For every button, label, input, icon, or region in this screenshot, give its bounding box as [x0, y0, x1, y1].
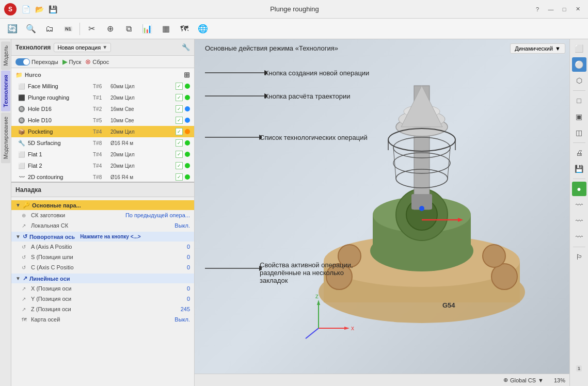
rt-hex-btn[interactable]: ⬡	[572, 73, 586, 88]
rt-wave3-btn[interactable]: 〰	[572, 230, 586, 244]
main-params-group: ▼ 🔑 Основные пара... ⊕ СК заготовки По п…	[11, 200, 194, 231]
copy-btn[interactable]: ⧉	[120, 21, 137, 37]
zoom-btn[interactable]: 🔍	[23, 21, 39, 37]
view3d-btn[interactable]: 🗂	[41, 21, 58, 37]
op-check-1[interactable]: ✓	[176, 83, 183, 90]
rt-wave2-btn[interactable]: 〰	[572, 214, 586, 228]
op-check-5[interactable]: ✓	[176, 128, 183, 135]
new-operation-btn[interactable]: Новая операция ▼	[54, 43, 111, 52]
op-icon-1: ⬜	[18, 82, 26, 90]
op-check-4[interactable]: ✓	[176, 117, 183, 124]
start-btn[interactable]: ▶ Пуск	[62, 58, 82, 66]
refresh-btn[interactable]: 🔄	[4, 21, 21, 37]
rt-green-btn[interactable]: ●	[572, 182, 586, 196]
op-icon-4: 🔘	[18, 116, 26, 124]
new-file-btn[interactable]: 📄	[21, 4, 31, 14]
y-value[interactable]: 0	[187, 296, 190, 302]
axismap-value[interactable]: Выкл.	[174, 316, 190, 323]
viewport[interactable]: Основные действия режима «Технология» Кн…	[195, 39, 569, 374]
param-row-local-sk: ↗ Локальная СК Выкл.	[11, 220, 194, 231]
rt-sep-4	[573, 247, 585, 247]
op-check-3[interactable]: ✓	[176, 105, 183, 112]
rt-print-btn[interactable]: 🖨	[572, 146, 586, 160]
op-row-4[interactable]: 🔘 Hole D10 T#5 10мм Све ✓	[11, 115, 194, 126]
grid-btn[interactable]: ▦	[157, 21, 174, 37]
z-dot	[419, 206, 424, 211]
op-row-6[interactable]: 🔧 5D Surfacing T#8 Ø16 R4 м ✓	[11, 137, 194, 149]
n1-btn[interactable]: N1	[60, 21, 76, 37]
op-detail-3: 16мм Све	[110, 106, 173, 112]
rt-bottom-btns: 1	[569, 364, 588, 374]
rt-sphere-btn[interactable]: ⚪	[572, 57, 586, 72]
rt-select-btn[interactable]: ⬜	[572, 41, 586, 56]
op-row-9[interactable]: 〰 2D contouring T#8 Ø16 R4 м ✓	[11, 171, 194, 182]
tab-technology[interactable]: Технология	[1, 71, 10, 111]
op-check-2[interactable]: ✓	[176, 94, 183, 101]
op-name-1: Face Milling	[28, 83, 91, 89]
help-btn[interactable]: ?	[531, 4, 544, 14]
settings-icon[interactable]: 🔧	[182, 43, 190, 51]
axis-s-value[interactable]: 0	[187, 254, 190, 260]
op-row-1[interactable]: ⬜ Face Milling T#6 60мм Цил ✓	[11, 81, 194, 92]
param-row-axismap: 🗺 Карта осей Выкл.	[11, 314, 194, 325]
op-check-9[interactable]: ✓	[176, 173, 183, 181]
local-sk-value[interactable]: Выкл.	[174, 222, 190, 229]
rt-view1-btn[interactable]: □	[572, 93, 586, 108]
rotary-axis-header[interactable]: ▼ ↺ Поворотная ось Нажмите на кнопку <..…	[11, 232, 194, 242]
svg-marker-37	[317, 300, 320, 305]
sk-value[interactable]: По предыдущей опера...	[125, 212, 190, 218]
minimize-btn[interactable]: —	[545, 4, 557, 14]
rt-wave1-btn[interactable]: 〰	[572, 198, 586, 212]
op-row-5[interactable]: 📦 Pocketing T#4 20мм Цил ✓	[11, 126, 194, 137]
axis-a-value[interactable]: 0	[187, 244, 190, 250]
op-row-7[interactable]: ⬜ Flat 1 T#4 20мм Цил ✓	[11, 149, 194, 160]
op-dot-1	[185, 84, 190, 89]
op-row-8[interactable]: ⬜ Flat 2 T#4 20мм Цил ✓	[11, 160, 194, 171]
tab-model[interactable]: Модель	[1, 41, 10, 70]
main-params-header[interactable]: ▼ 🔑 Основные пара...	[11, 200, 194, 210]
setup-section: Наладка ▼ 🔑 Основные пара... ⊕ СК загото…	[11, 182, 194, 386]
svg-marker-5	[259, 135, 262, 140]
rt-save-btn[interactable]: 💾	[572, 162, 586, 176]
cs-dropdown[interactable]: ▼	[538, 377, 544, 383]
op-row-2[interactable]: ⬛ Plunge roughing T#1 20мм Цил ✓	[11, 92, 194, 103]
op-dot-7	[185, 152, 190, 157]
tech-header: Технология Новая операция ▼ 🔧	[11, 39, 194, 56]
map-btn[interactable]: 🗺	[176, 21, 193, 37]
reset-btn[interactable]: ⊗ Сброс	[85, 58, 109, 66]
transitions-toggle[interactable]: Переходы	[15, 58, 58, 66]
rt-flag-btn[interactable]: 🏳	[572, 250, 586, 264]
rotary-axis-label: Поворотная ось	[29, 234, 75, 240]
chart-btn[interactable]: 📊	[139, 21, 155, 37]
op-check-6[interactable]: ✓	[176, 139, 183, 147]
linear-axes-header[interactable]: ▼ ↗ Линейные оси	[11, 274, 194, 283]
close-btn[interactable]: ✕	[571, 4, 584, 14]
group-action-icon[interactable]: ⊞	[184, 71, 190, 79]
tab-modeling[interactable]: Моделирование	[1, 112, 10, 163]
rt-view2-btn[interactable]: ▣	[572, 109, 586, 124]
save-file-btn[interactable]: 💾	[47, 4, 58, 14]
open-file-btn[interactable]: 📂	[34, 4, 44, 14]
op-check-7[interactable]: ✓	[176, 151, 183, 158]
rt-view3-btn[interactable]: ◫	[572, 125, 586, 140]
op-check-8[interactable]: ✓	[176, 162, 183, 169]
z-value[interactable]: 245	[181, 306, 190, 312]
wrench-param-icon: 🔑	[23, 202, 30, 208]
zoom-level: 13%	[554, 377, 565, 383]
globe-btn[interactable]: 🌐	[195, 21, 211, 37]
op-row-3[interactable]: 🔘 Hole D16 T#2 16мм Све ✓	[11, 103, 194, 115]
svg-point-13	[338, 245, 361, 267]
maximize-btn[interactable]: □	[558, 4, 570, 14]
cut-btn[interactable]: ✂	[83, 21, 100, 37]
axis-c-value[interactable]: 0	[187, 264, 190, 270]
x-value[interactable]: 0	[187, 285, 190, 292]
layers-btn[interactable]: ⊕	[102, 21, 118, 37]
cs-text: Global CS	[510, 377, 536, 383]
svg-point-14	[483, 245, 505, 267]
dynamic-mode-badge[interactable]: Динамический ▼	[510, 43, 565, 54]
toggle-switch[interactable]	[15, 58, 30, 66]
x-icon: ↗	[22, 286, 29, 292]
axis-s-icon: ↺	[22, 254, 29, 260]
op-tool-3: T#2	[93, 106, 108, 112]
op-dot-6	[185, 140, 190, 146]
